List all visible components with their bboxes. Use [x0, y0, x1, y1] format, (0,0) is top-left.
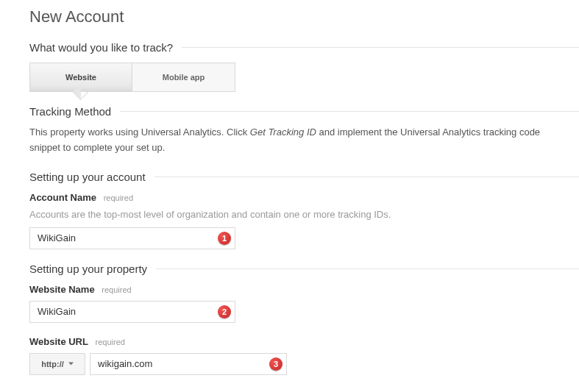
method-heading-text: Tracking Method [29, 105, 111, 118]
required-text: required [102, 285, 131, 294]
protocol-value: http:// [41, 360, 64, 368]
protocol-select[interactable]: http:// [29, 353, 85, 375]
website-name-block: Website Name required 2 [29, 284, 579, 323]
method-link: Get Tracking ID [250, 126, 316, 138]
website-url-input[interactable] [90, 353, 287, 375]
method-paragraph: This property works using Universal Anal… [29, 125, 559, 156]
method-text-before: This property works using Universal Anal… [29, 126, 250, 138]
track-tabs: Website Mobile app [29, 63, 579, 92]
website-name-input[interactable] [29, 301, 235, 323]
property-heading-text: Setting up your property [29, 263, 147, 275]
website-name-label: Website Name [29, 284, 95, 295]
chevron-down-icon [68, 362, 74, 366]
method-heading: Tracking Method [29, 105, 579, 118]
required-text: required [104, 193, 133, 202]
website-url-label: Website URL [29, 336, 88, 347]
website-url-block: Website URL required http:// 3 [29, 336, 579, 375]
account-name-input[interactable] [29, 227, 235, 249]
track-heading-text: What would you like to track? [29, 41, 173, 54]
account-heading: Setting up your account [29, 171, 579, 183]
tab-mobile-app[interactable]: Mobile app [132, 63, 235, 92]
property-heading: Setting up your property [29, 263, 579, 275]
account-name-label: Account Name [29, 192, 96, 203]
account-heading-text: Setting up your account [29, 171, 146, 183]
account-name-block: Account Name required Accounts are the t… [29, 192, 579, 249]
required-text: required [96, 338, 125, 346]
page-title: New Account [29, 7, 579, 26]
account-name-hint: Accounts are the top-most level of organ… [29, 209, 579, 220]
tab-website[interactable]: Website [29, 63, 132, 92]
track-heading: What would you like to track? [29, 41, 579, 54]
